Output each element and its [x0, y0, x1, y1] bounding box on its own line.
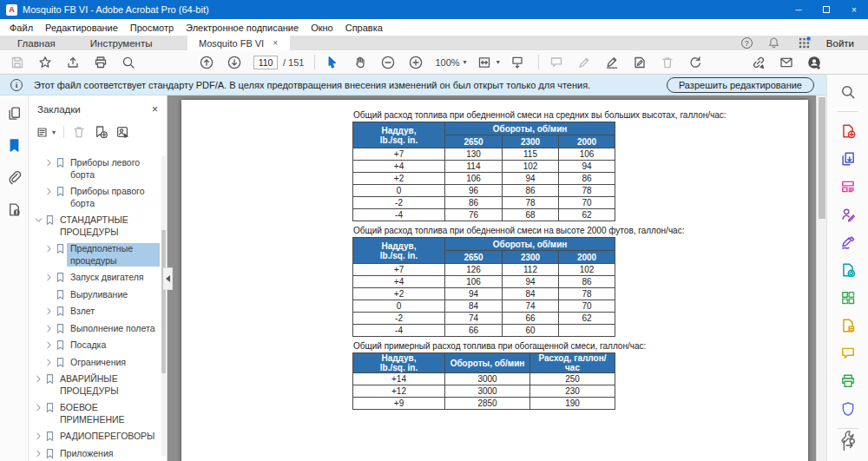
page-number-input[interactable]: 110	[253, 56, 278, 69]
bookmark-item[interactable]: РАДИОПЕРЕГОВОРЫ	[29, 428, 161, 445]
zoom-in-icon[interactable]	[407, 54, 424, 71]
chevron-down-icon[interactable]	[33, 214, 44, 225]
edit-pdf-icon[interactable]	[839, 178, 857, 195]
star-favorites-icon[interactable]	[36, 54, 54, 71]
bookmark-item[interactable]: Взлет	[29, 303, 161, 320]
expand-bookmark-icon[interactable]	[115, 125, 129, 139]
chevron-right-icon[interactable]	[43, 157, 55, 168]
menu-item-5[interactable]: Справка	[339, 19, 389, 36]
convert-pdf-icon[interactable]	[839, 261, 857, 279]
export-pdf-icon[interactable]	[839, 150, 857, 168]
page-thumbnails-icon[interactable]	[7, 106, 22, 121]
bookmark-item[interactable]: Запуск двигателя	[29, 269, 161, 286]
chevron-right-icon[interactable]	[43, 306, 55, 316]
bookmark-item[interactable]: БОЕВОЕ ПРИМЕНЕНИЕ	[29, 399, 161, 428]
table-cell: 96	[445, 185, 503, 197]
zoom-level-select[interactable]: 100% ▾	[435, 57, 466, 68]
minimize-button[interactable]: ─	[785, 0, 812, 19]
document-scrollbar[interactable]	[816, 95, 826, 461]
document-area[interactable]: Общий расход топлива при обедненной смес…	[168, 95, 826, 461]
bookmarks-panel-icon[interactable]	[7, 138, 22, 153]
table-cell: 114	[445, 161, 503, 173]
standards-icon[interactable]	[7, 202, 22, 217]
bookmark-item[interactable]: Ограничения	[29, 354, 161, 372]
chevron-right-icon[interactable]	[43, 243, 55, 254]
maximize-button[interactable]	[812, 0, 840, 19]
print-icon[interactable]	[92, 54, 109, 71]
bookmark-item[interactable]: СТАНДАРТНЫЕ ПРОЦЕДУРЫ	[29, 212, 161, 240]
chevron-right-icon[interactable]	[43, 357, 55, 367]
menu-item-2[interactable]: Просмотр	[124, 19, 180, 36]
protect-icon[interactable]	[839, 400, 857, 418]
fill-sign-icon[interactable]	[839, 234, 857, 251]
bookmarks-scrollbar[interactable]	[161, 156, 166, 456]
bookmark-item[interactable]: Выруливание	[29, 286, 161, 304]
search-icon[interactable]	[120, 54, 137, 71]
scrollbar-thumb[interactable]	[161, 230, 166, 373]
comment-icon[interactable]	[839, 345, 857, 362]
chevron-right-icon[interactable]	[43, 186, 55, 196]
select-tool-icon[interactable]	[324, 54, 341, 71]
bookmark-item[interactable]: Приборы правого борта	[29, 183, 161, 212]
bookmark-item[interactable]: Предполетные процедуры	[29, 240, 161, 269]
sign-in-button[interactable]: Войти	[826, 38, 854, 49]
redo-icon[interactable]	[687, 54, 704, 71]
menu-item-3[interactable]: Электронное подписание	[180, 19, 305, 36]
tab-home[interactable]: Главная	[0, 36, 73, 50]
chevron-right-icon[interactable]	[43, 272, 55, 282]
request-signatures-icon[interactable]	[839, 206, 857, 223]
apps-grid-icon[interactable]	[796, 35, 813, 52]
enable-editing-button[interactable]: Разрешить редактирование	[667, 77, 814, 93]
table-cell: 3000	[445, 385, 530, 398]
search-icon[interactable]	[839, 83, 857, 101]
menu-item-1[interactable]: Редактирование	[39, 19, 124, 36]
menu-item-0[interactable]: Файл	[3, 19, 39, 36]
bookmark-item[interactable]: Посадка	[29, 337, 161, 354]
compress-pdf-icon[interactable]	[839, 317, 857, 334]
scrollbar-thumb[interactable]	[819, 97, 825, 219]
fit-width-icon[interactable]	[476, 54, 493, 71]
zoom-out-icon[interactable]	[379, 54, 397, 71]
expand-rail-icon[interactable]	[839, 437, 857, 454]
fill-sign-icon[interactable]	[631, 54, 648, 71]
collapse-pane-button[interactable]	[163, 267, 173, 290]
chevron-right-icon[interactable]	[33, 448, 44, 458]
column-header: 2300	[503, 135, 559, 148]
close-tab-icon[interactable]: ×	[273, 38, 278, 48]
organize-pages-icon[interactable]	[839, 289, 857, 306]
tab-tools[interactable]: Инструменты	[73, 36, 170, 50]
create-pdf-icon[interactable]	[839, 122, 857, 140]
menu-item-4[interactable]: Окно	[305, 19, 339, 36]
scrolling-mode-icon[interactable]	[509, 54, 526, 71]
chevron-right-icon[interactable]	[33, 431, 44, 441]
bookmark-item[interactable]: АВАРИЙНЫЕ ПРОЦЕДУРЫ	[29, 371, 161, 399]
attachments-icon[interactable]	[7, 170, 22, 185]
close-button[interactable]: ×	[840, 0, 868, 19]
link-share-icon[interactable]	[750, 54, 767, 71]
share-icon[interactable]	[64, 54, 82, 71]
bookmark-item[interactable]: Приборы левого борта	[29, 155, 161, 183]
tab-bar: Главная Инструменты Mosquito FB VI × ? В…	[0, 36, 868, 50]
hand-tool-icon[interactable]	[352, 54, 369, 71]
new-bookmark-icon[interactable]	[94, 125, 108, 139]
print-production-icon[interactable]	[839, 372, 857, 390]
bookmark-item[interactable]: Приложения	[29, 445, 161, 461]
bookmark-ribbon-icon	[55, 157, 67, 168]
table-cell: +7	[353, 264, 445, 276]
chevron-right-icon[interactable]	[43, 323, 55, 333]
chevron-right-icon[interactable]	[33, 402, 44, 412]
sign-pen-icon[interactable]	[603, 54, 621, 71]
chevron-right-icon[interactable]	[43, 339, 55, 350]
profile-avatar-icon[interactable]	[806, 54, 823, 71]
next-page-icon[interactable]	[226, 54, 243, 71]
notifications-bell-icon[interactable]	[766, 35, 783, 52]
help-icon[interactable]: ?	[741, 37, 753, 49]
bookmark-options-icon[interactable]	[36, 126, 49, 139]
email-icon[interactable]	[778, 54, 795, 71]
table-cell: 70	[559, 300, 615, 313]
close-panel-icon[interactable]: ×	[152, 103, 158, 115]
bookmark-item[interactable]: Выполнение полета	[29, 320, 161, 338]
chevron-right-icon[interactable]	[33, 373, 44, 384]
tab-document[interactable]: Mosquito FB VI ×	[187, 36, 290, 50]
previous-page-icon[interactable]	[198, 54, 215, 71]
